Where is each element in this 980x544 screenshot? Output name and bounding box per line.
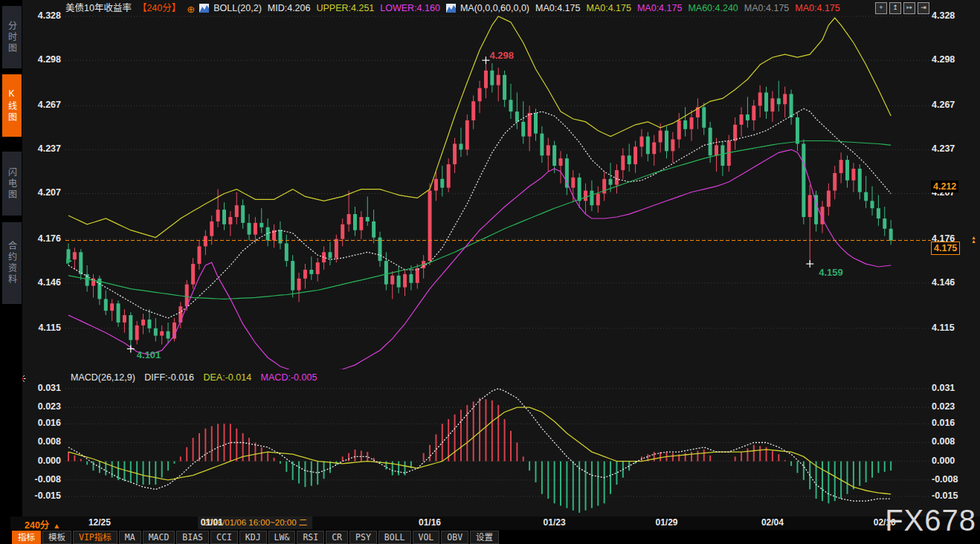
main-y-tick-r-4.267: 4.267: [932, 100, 976, 110]
macd-diff-value: DIFF:-0.016: [144, 372, 194, 383]
boll-upper-value: UPPER:4.251: [316, 3, 374, 13]
main-y-tick-l-4.115: 4.115: [22, 323, 61, 333]
x-axis-label-01/16: 01/16: [419, 517, 441, 528]
macd-header: MACD(26,12,9) DIFF:-0.016 DEA:-0.014 MAC…: [71, 372, 323, 383]
price-scroll-marker[interactable]: ▲▲: [971, 236, 976, 243]
macd-y-tick-r-0.031: 0.031: [932, 383, 976, 393]
macd-y-tick-r--0.008: -0.008: [932, 474, 976, 485]
add-indicator-icon[interactable]: ⊕: [187, 4, 195, 16]
symbol-title: 美债10年收益率: [65, 3, 132, 13]
x-axis-label-01/01: 01/01: [201, 517, 223, 528]
macd-params-label: MACD(26,12,9): [71, 372, 135, 383]
toolbar-button-RSI[interactable]: RSI: [297, 531, 324, 544]
ma-value-4: MA60:4.240: [688, 3, 738, 13]
toolbar-button-BIAS[interactable]: BIAS: [176, 531, 209, 544]
macd-y-tick-l-0.016: 0.016: [22, 418, 61, 428]
svg-text:4.298: 4.298: [489, 50, 514, 61]
main-y-tick-l-4.207: 4.207: [22, 187, 61, 198]
macd-y-tick-r-0.016: 0.016: [932, 418, 976, 428]
indicator-chart-icon[interactable]: [446, 4, 456, 16]
main-y-tick-l-4.328: 4.328: [22, 10, 61, 21]
ma-value-1: MA0:4.175: [535, 3, 580, 13]
kline-chart-application: 分时图K线图闪电图合约资料 美债10年收益率【240分】⊕BOLL(20,2)M…: [0, 0, 980, 544]
indicator-header: 美债10年收益率【240分】⊕BOLL(20,2)MID:4.206UPPER:…: [65, 2, 846, 14]
sidebar-tab-3[interactable]: 闪电图: [2, 152, 22, 216]
scale-up-icon[interactable]: ↥: [889, 2, 901, 14]
scale-right-icon[interactable]: ↦: [903, 2, 915, 14]
macd-macd-value: MACD:-0.005: [261, 372, 317, 383]
main-candlestick-chart[interactable]: 4.2984.1014.159: [65, 0, 931, 369]
x-axis-label-01/29: 01/29: [655, 517, 677, 528]
svg-text:4.101: 4.101: [137, 349, 161, 360]
x-axis-label-01/23: 01/23: [544, 517, 566, 528]
toolbar-button-BOLL[interactable]: BOLL: [378, 531, 411, 544]
toolbar-button-MACD[interactable]: MACD: [143, 531, 175, 544]
main-y-tick-r-4.328: 4.328: [932, 10, 976, 21]
toolbar-button-OBV[interactable]: OBV: [441, 531, 468, 544]
window-controls: +↥↦⇥: [875, 2, 929, 14]
macd-y-tick-l-0.031: 0.031: [22, 383, 61, 393]
main-y-tick-l-4.267: 4.267: [22, 100, 61, 110]
boll-lower-value: LOWER:4.160: [380, 3, 440, 13]
toolbar-button-模板[interactable]: 模板: [42, 531, 71, 544]
toolbar-button-CR[interactable]: CR: [326, 531, 348, 544]
boll-label: BOLL(20,2): [213, 3, 262, 13]
cursor-price-box: 4.212: [931, 181, 958, 192]
indicator-toolbar: 指标模板VIP指标MAMACDBIASCCIKDJLW&RSICRPSYBOLL…: [10, 530, 980, 544]
ma-value-2: MA0:4.175: [586, 3, 631, 13]
ma-value-5: MA0:4.175: [744, 3, 789, 13]
main-y-tick-l-4.176: 4.176: [22, 233, 61, 244]
sidebar-tab-4[interactable]: 合约资料: [2, 222, 22, 304]
crosshair-tool-icon[interactable]: +: [875, 2, 887, 14]
last-price-box: 4.175: [931, 242, 960, 255]
toolbar-button-VOL[interactable]: VOL: [413, 531, 440, 544]
toolbar-button-settings[interactable]: 设置: [470, 531, 499, 544]
triangle-up-icon: ▲: [53, 522, 60, 530]
brand-watermark: FX678: [885, 504, 976, 537]
macd-y-tick-l--0.008: -0.008: [22, 474, 61, 485]
macd-y-tick-l-0.023: 0.023: [22, 401, 61, 412]
ma-value-6: MA0:4.175: [795, 3, 839, 13]
toolbar-button-MA[interactable]: MA: [119, 531, 141, 544]
toolbar-button-PSY[interactable]: PSY: [349, 531, 377, 544]
toolbar-button-CCI[interactable]: CCI: [210, 531, 238, 544]
sidebar-tab-1[interactable]: 分时图: [2, 6, 22, 68]
toolbar-button-VIP指标[interactable]: VIP指标: [73, 531, 117, 544]
toolbar-button-LW&[interactable]: LW&: [268, 531, 296, 544]
x-axis-label-12/25: 12/25: [88, 517, 111, 528]
main-y-tick-l-4.237: 4.237: [22, 143, 61, 154]
pan-right-icon[interactable]: ⇥: [918, 2, 929, 14]
ma-label: MA(0,0,0,60,0,0): [460, 3, 529, 13]
macd-y-tick-r--0.015: -0.015: [932, 490, 976, 501]
time-axis-row: 240分▲ 2026/01/06 16:00~20:00 二 12/2501/0…: [10, 517, 980, 530]
macd-y-tick-l-0.008: 0.008: [22, 436, 61, 447]
ma-value-3: MA0:4.175: [637, 3, 682, 13]
macd-y-tick-r-0.023: 0.023: [932, 401, 976, 412]
macd-indicator-chart[interactable]: [65, 372, 931, 517]
boll-mid-value: MID:4.206: [268, 3, 311, 13]
main-y-tick-r-4.146: 4.146: [932, 277, 976, 288]
macd-y-tick-l-0.000: 0.000: [22, 456, 61, 466]
sidebar-tab-2[interactable]: K线图: [2, 74, 22, 137]
main-y-tick-r-4.237: 4.237: [932, 143, 976, 154]
toolbar-button-指标[interactable]: 指标: [12, 531, 41, 544]
main-y-tick-r-4.115: 4.115: [932, 323, 976, 333]
main-y-tick-r-4.298: 4.298: [932, 54, 976, 65]
macd-y-tick-l--0.015: -0.015: [22, 490, 61, 501]
svg-text:4.159: 4.159: [819, 267, 843, 278]
macd-y-tick-r-0.008: 0.008: [932, 436, 976, 447]
x-axis-label-02/04: 02/04: [761, 517, 784, 528]
left-sidebar: 分时图K线图闪电图合约资料: [0, 0, 22, 544]
period-badge: 【240分】: [138, 3, 181, 13]
macd-dea-value: DEA:-0.014: [204, 372, 252, 383]
toolbar-button-KDJ[interactable]: KDJ: [239, 531, 267, 544]
main-y-tick-l-4.146: 4.146: [22, 277, 61, 288]
main-y-tick-l-4.298: 4.298: [22, 54, 61, 65]
macd-y-tick-r-0.000: 0.000: [932, 456, 976, 466]
indicator-chart-icon[interactable]: [199, 4, 209, 16]
